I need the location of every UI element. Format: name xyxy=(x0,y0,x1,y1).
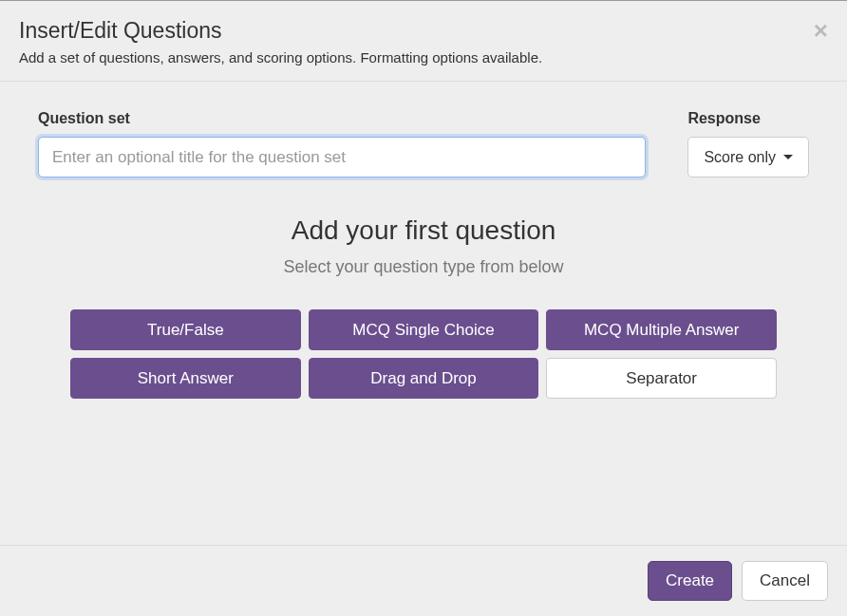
type-drag-drop-button[interactable]: Drag and Drop xyxy=(309,358,539,399)
create-button[interactable]: Create xyxy=(648,561,732,601)
type-mcq-multiple-button[interactable]: MCQ Multiple Answer xyxy=(546,309,777,350)
response-selected-text: Score only xyxy=(704,149,776,166)
response-label: Response xyxy=(687,110,809,127)
question-set-input[interactable] xyxy=(38,137,646,177)
cancel-button[interactable]: Cancel xyxy=(742,561,828,601)
close-icon: × xyxy=(814,16,828,45)
modal-footer: Create Cancel xyxy=(0,545,847,616)
caret-down-icon xyxy=(783,155,793,159)
type-mcq-single-button[interactable]: MCQ Single Choice xyxy=(309,309,539,350)
modal-body: Question set Response Score only Add you… xyxy=(0,82,847,545)
question-set-group: Question set xyxy=(38,110,646,177)
prompt-block: Add your first question Select your ques… xyxy=(38,215,809,277)
response-group: Response Score only xyxy=(687,110,809,177)
modal-header: Insert/Edit Questions Add a set of quest… xyxy=(0,1,847,82)
type-separator-button[interactable]: Separator xyxy=(546,358,777,399)
insert-edit-questions-modal: Insert/Edit Questions Add a set of quest… xyxy=(0,0,847,616)
prompt-heading: Add your first question xyxy=(38,215,809,246)
question-set-label: Question set xyxy=(38,110,646,127)
form-row: Question set Response Score only xyxy=(38,110,809,177)
modal-subtitle: Add a set of questions, answers, and sco… xyxy=(19,49,828,65)
response-dropdown[interactable]: Score only xyxy=(687,137,809,177)
type-short-answer-button[interactable]: Short Answer xyxy=(70,358,301,399)
question-type-grid: True/False MCQ Single Choice MCQ Multipl… xyxy=(38,309,809,399)
modal-title: Insert/Edit Questions xyxy=(19,18,828,44)
prompt-subheading: Select your question type from below xyxy=(38,257,809,277)
type-true-false-button[interactable]: True/False xyxy=(70,309,301,350)
close-button[interactable]: × xyxy=(814,18,828,43)
